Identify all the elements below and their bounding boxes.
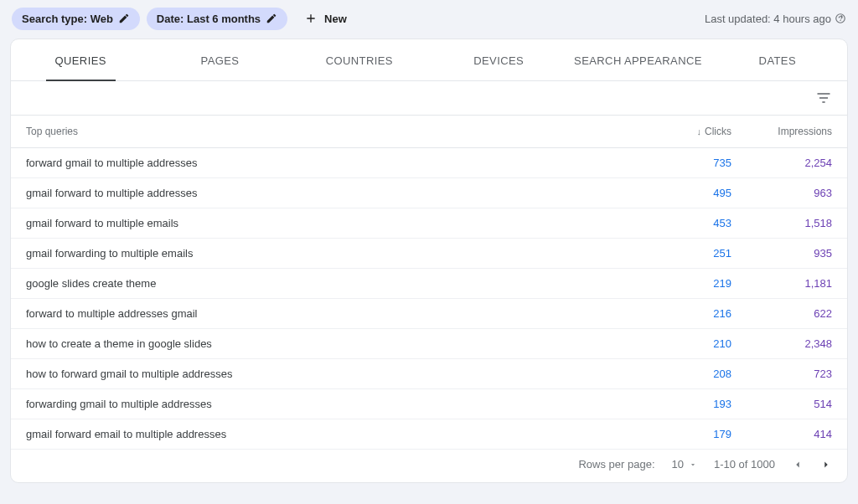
- cell-impressions: 2,348: [747, 329, 847, 359]
- cell-query: gmail forward to multiple emails: [11, 208, 646, 239]
- col-clicks[interactable]: ↓Clicks: [646, 116, 747, 148]
- cell-query: gmail forward email to multiple addresse…: [11, 419, 646, 450]
- cell-impressions: 723: [747, 359, 847, 389]
- tab-label: COUNTRIES: [326, 54, 393, 67]
- pagination: Rows per page: 10 1-10 of 1000: [11, 450, 847, 482]
- table-row[interactable]: forwarding gmail to multiple addresses19…: [11, 389, 847, 419]
- cell-clicks: 179: [646, 419, 747, 450]
- cell-query: google slides create theme: [11, 269, 646, 299]
- cell-impressions: 514: [747, 389, 847, 419]
- cell-impressions: 414: [747, 419, 847, 450]
- filter-icon[interactable]: [815, 90, 832, 106]
- tab-label: SEARCH APPEARANCE: [574, 54, 702, 67]
- col-impressions[interactable]: Impressions: [747, 116, 847, 148]
- tab-label: DEVICES: [473, 54, 524, 67]
- tab-dates[interactable]: DATES: [708, 39, 847, 80]
- tab-pages[interactable]: PAGES: [150, 39, 289, 80]
- table-toolbar: [11, 81, 847, 116]
- cell-query: forwarding gmail to multiple addresses: [11, 389, 646, 419]
- cell-clicks: 216: [646, 299, 747, 329]
- tab-countries[interactable]: COUNTRIES: [290, 39, 429, 80]
- column-label: Top queries: [26, 126, 78, 137]
- column-label: Clicks: [705, 126, 731, 137]
- date-range-chip[interactable]: Date: Last 6 months: [147, 8, 287, 30]
- table-row[interactable]: forward to multiple addresses gmail21662…: [11, 299, 847, 329]
- search-type-chip[interactable]: Search type: Web: [12, 8, 140, 30]
- new-label: New: [324, 13, 347, 25]
- rows-per-page-label: Rows per page:: [578, 458, 654, 471]
- cell-query: gmail forwarding to multiple emails: [11, 239, 646, 269]
- table-row[interactable]: gmail forward to multiple emails4531,518: [11, 208, 847, 239]
- cell-clicks: 453: [646, 208, 747, 239]
- cell-query: how to forward gmail to multiple address…: [11, 359, 646, 389]
- cell-impressions: 935: [747, 239, 847, 269]
- table-row[interactable]: how to forward gmail to multiple address…: [11, 359, 847, 389]
- tab-label: QUERIES: [55, 54, 106, 67]
- cell-clicks: 495: [646, 178, 747, 208]
- table-row[interactable]: google slides create theme2191,181: [11, 269, 847, 299]
- cell-impressions: 1,518: [747, 208, 847, 239]
- date-range-label: Date: Last 6 months: [157, 13, 261, 25]
- cell-clicks: 210: [646, 329, 747, 359]
- table-row[interactable]: how to create a theme in google slides21…: [11, 329, 847, 359]
- table-row[interactable]: forward gmail to multiple addresses7352,…: [11, 148, 847, 178]
- cell-query: forward gmail to multiple addresses: [11, 148, 646, 178]
- cell-query: forward to multiple addresses gmail: [11, 299, 646, 329]
- cell-impressions: 2,254: [747, 148, 847, 178]
- cell-clicks: 735: [646, 148, 747, 178]
- tab-queries[interactable]: QUERIES: [11, 39, 150, 80]
- cell-clicks: 208: [646, 359, 747, 389]
- next-page-button[interactable]: [820, 459, 832, 471]
- help-icon[interactable]: [835, 13, 846, 24]
- pencil-icon: [118, 13, 130, 24]
- tab-search-appearance[interactable]: SEARCH APPEARANCE: [568, 39, 707, 80]
- cell-query: how to create a theme in google slides: [11, 329, 646, 359]
- cell-clicks: 251: [646, 239, 747, 269]
- rows-per-page-select[interactable]: 10: [672, 458, 697, 471]
- cell-impressions: 1,181: [747, 269, 847, 299]
- cell-query: gmail forward to multiple addresses: [11, 178, 646, 208]
- new-filter-button[interactable]: New: [294, 7, 357, 30]
- filters-bar: Search type: Web Date: Last 6 months New…: [0, 0, 858, 37]
- performance-card: QUERIES PAGES COUNTRIES DEVICES SEARCH A…: [10, 39, 848, 483]
- search-type-label: Search type: Web: [22, 13, 113, 25]
- cell-clicks: 193: [646, 389, 747, 419]
- sort-desc-icon: ↓: [697, 126, 702, 136]
- prev-page-button[interactable]: [792, 459, 804, 471]
- queries-table: Top queries ↓Clicks Impressions forward …: [11, 116, 847, 450]
- dimension-tabs: QUERIES PAGES COUNTRIES DEVICES SEARCH A…: [11, 39, 847, 81]
- page-range: 1-10 of 1000: [714, 458, 775, 471]
- column-label: Impressions: [778, 126, 832, 137]
- table-row[interactable]: gmail forward email to multiple addresse…: [11, 419, 847, 450]
- last-updated-text: Last updated: 4 hours ago: [705, 13, 831, 25]
- last-updated: Last updated: 4 hours ago: [705, 13, 846, 25]
- rows-per-page-value: 10: [672, 458, 684, 471]
- dropdown-icon: [689, 460, 697, 469]
- tab-label: DATES: [759, 54, 796, 67]
- pencil-icon: [266, 13, 277, 24]
- cell-impressions: 963: [747, 178, 847, 208]
- tab-devices[interactable]: DEVICES: [429, 39, 568, 80]
- cell-clicks: 219: [646, 269, 747, 299]
- table-row[interactable]: gmail forwarding to multiple emails25193…: [11, 239, 847, 269]
- tab-label: PAGES: [201, 54, 240, 67]
- cell-impressions: 622: [747, 299, 847, 329]
- plus-icon: [304, 12, 318, 25]
- col-query[interactable]: Top queries: [11, 116, 646, 148]
- table-row[interactable]: gmail forward to multiple addresses49596…: [11, 178, 847, 208]
